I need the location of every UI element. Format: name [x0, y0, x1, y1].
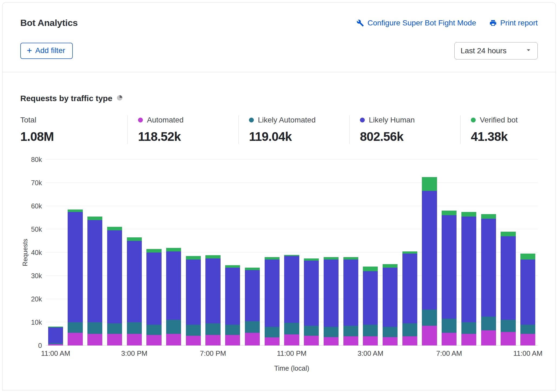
stacked-bar[interactable]: [324, 160, 339, 346]
x-axis-tick-label: 3:00 PM: [121, 349, 147, 358]
segment-automated: [501, 332, 516, 346]
segment-verified-bot: [265, 257, 280, 260]
segment-likely-automated: [363, 325, 378, 336]
stacked-bar[interactable]: [166, 160, 181, 346]
stacked-bar[interactable]: [363, 160, 378, 346]
configure-super-bot-fight-mode-link[interactable]: Configure Super Bot Fight Mode: [356, 19, 476, 27]
y-axis-title: Requests: [21, 239, 29, 266]
bar-slot: [439, 160, 459, 346]
x-axis-tick-label: 11:00 AM: [41, 349, 70, 358]
verified-bot-legend-dot: [471, 118, 476, 122]
segment-verified-bot: [383, 264, 398, 268]
stacked-bar[interactable]: [402, 160, 417, 346]
bar-slot: [341, 160, 361, 346]
bar-slot: [301, 160, 321, 346]
segment-automated: [442, 333, 457, 346]
segment-verified-bot: [461, 212, 476, 217]
segment-likely-human: [87, 220, 102, 322]
segment-likely-human: [442, 215, 457, 319]
segment-likely-human: [205, 258, 220, 324]
segment-likely-automated: [205, 323, 220, 335]
bot-analytics-card: Bot Analytics Configure Super Bot Fight …: [2, 2, 556, 390]
stacked-bar[interactable]: [383, 160, 398, 346]
segment-likely-automated: [265, 327, 280, 337]
segment-likely-human: [363, 271, 378, 325]
segment-automated: [107, 334, 122, 346]
segment-automated: [520, 334, 535, 346]
segment-likely-automated: [402, 323, 417, 336]
stacked-bar[interactable]: [343, 160, 358, 346]
x-axis-title: Time (local): [46, 364, 538, 372]
segment-automated: [166, 334, 181, 346]
segment-likely-automated: [146, 325, 161, 335]
printer-icon: [489, 19, 497, 27]
segment-likely-automated: [186, 325, 201, 336]
time-range-select[interactable]: Last 24 hours: [454, 42, 538, 59]
segment-automated: [363, 336, 378, 346]
likely-human-legend-dot: [360, 118, 365, 122]
stacked-bar[interactable]: [48, 160, 63, 346]
plot-area[interactable]: [46, 160, 538, 346]
segment-automated: [324, 337, 339, 346]
stat-value: 118.52k: [138, 129, 238, 144]
bar-slot: [420, 160, 439, 346]
bar-slot: [459, 160, 479, 346]
stat-value: 1.08M: [20, 129, 127, 144]
stat-value: 41.38k: [471, 129, 518, 144]
stacked-bar[interactable]: [127, 160, 142, 346]
segment-automated: [225, 335, 240, 346]
segment-likely-human: [383, 268, 398, 327]
segment-verified-bot: [422, 177, 437, 191]
stacked-bar[interactable]: [265, 160, 280, 346]
segment-verified-bot: [107, 227, 122, 230]
stat-label: Likely Automated: [258, 115, 316, 125]
segment-automated: [205, 335, 220, 346]
stacked-bar[interactable]: [304, 160, 319, 346]
stacked-bar[interactable]: [501, 160, 516, 346]
segment-likely-human: [324, 260, 339, 327]
segment-likely-human: [520, 260, 535, 325]
stacked-bar[interactable]: [205, 160, 220, 346]
stacked-bar[interactable]: [284, 160, 299, 346]
bar-slot: [282, 160, 302, 346]
segment-verified-bot: [146, 249, 161, 253]
stacked-bar[interactable]: [520, 160, 535, 346]
y-axis-tick-label: 70k: [31, 179, 42, 187]
bar-slot: [223, 160, 242, 346]
x-axis-tick-label: 11:00 AM: [513, 349, 543, 358]
segment-likely-human: [127, 241, 142, 322]
segment-likely-automated: [304, 326, 319, 336]
stacked-bar[interactable]: [107, 160, 122, 346]
segment-likely-automated: [225, 325, 240, 335]
segment-verified-bot: [127, 237, 142, 241]
segment-verified-bot: [225, 265, 240, 268]
stacked-bar[interactable]: [186, 160, 201, 346]
stacked-bar[interactable]: [68, 160, 83, 346]
stacked-bar[interactable]: [225, 160, 240, 346]
segment-likely-automated: [127, 322, 142, 334]
stacked-bar[interactable]: [245, 160, 260, 346]
stacked-bar[interactable]: [146, 160, 161, 346]
bar-slot: [124, 160, 144, 346]
bar-slot: [164, 160, 183, 346]
y-axis-tick-label: 80k: [31, 156, 42, 163]
stat-label: Automated: [147, 115, 183, 125]
segment-automated: [127, 334, 142, 346]
stacked-bar[interactable]: [87, 160, 102, 346]
bar-slot: [400, 160, 420, 346]
bar-slot: [498, 160, 518, 346]
stacked-bar[interactable]: [422, 160, 437, 346]
add-filter-button[interactable]: + Add filter: [20, 43, 73, 59]
segment-verified-bot: [324, 257, 339, 260]
y-axis-tick-label: 20k: [31, 295, 42, 303]
segment-likely-automated: [87, 322, 102, 334]
segment-likely-automated: [481, 317, 496, 331]
print-report-link[interactable]: Print report: [489, 19, 538, 27]
segment-likely-automated: [284, 323, 299, 334]
stacked-bar[interactable]: [442, 160, 457, 346]
stacked-bar[interactable]: [481, 160, 496, 346]
segment-likely-human: [166, 251, 181, 320]
segment-verified-bot: [442, 211, 457, 215]
stacked-bar[interactable]: [461, 160, 476, 346]
segment-likely-human: [186, 260, 201, 325]
